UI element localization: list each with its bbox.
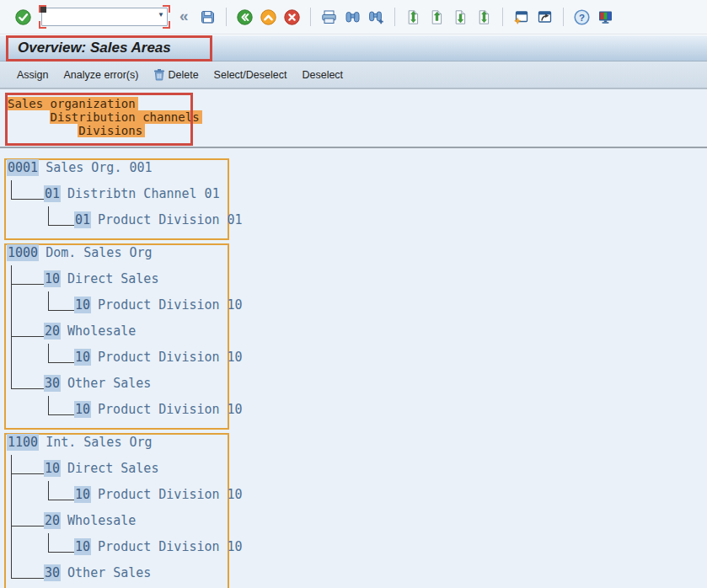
annotation-box-header bbox=[5, 93, 193, 146]
tree-connector bbox=[11, 578, 44, 579]
trash-icon bbox=[153, 68, 165, 81]
code-badge[interactable]: 1000 bbox=[7, 244, 39, 261]
distribution-channel-row[interactable]: 30Other Sales bbox=[6, 376, 265, 402]
find-icon[interactable] bbox=[343, 8, 362, 27]
toolbar-separator bbox=[563, 8, 564, 26]
tree-connector bbox=[48, 396, 49, 415]
application-toolbar: Assign Analyze error(s) Delete Select/De… bbox=[0, 61, 707, 89]
item-description: Product Division 10 bbox=[98, 297, 243, 313]
toolbar-separator bbox=[394, 8, 395, 26]
select-deselect-button[interactable]: Select/Deselect bbox=[214, 69, 287, 81]
tree-connector bbox=[11, 473, 44, 474]
code-badge[interactable]: 10 bbox=[74, 538, 91, 555]
code-badge[interactable]: 0001 bbox=[7, 159, 39, 176]
svg-text:?: ? bbox=[579, 12, 585, 22]
list-content-area: Sales organizationDistribution channelsD… bbox=[0, 89, 707, 586]
sales-org-row[interactable]: 1000Dom. Sales Org bbox=[6, 245, 228, 271]
code-badge[interactable]: 20 bbox=[44, 323, 61, 339]
tree-connector bbox=[48, 481, 49, 500]
tree-connector bbox=[11, 180, 12, 200]
tree-connector bbox=[48, 500, 74, 500]
title-bar: Overview: Sales Areas bbox=[0, 35, 707, 61]
distribution-channel-row[interactable]: 10Direct Sales bbox=[6, 271, 265, 297]
code-badge[interactable]: 10 bbox=[74, 486, 91, 503]
tree-connector bbox=[11, 388, 44, 389]
item-description: Product Division 10 bbox=[98, 487, 243, 502]
code-badge[interactable]: 10 bbox=[44, 270, 61, 287]
code-badge[interactable]: 10 bbox=[74, 297, 91, 313]
help-icon[interactable]: ? bbox=[572, 8, 592, 27]
deselect-button[interactable]: Deselect bbox=[302, 69, 343, 81]
delete-label: Delete bbox=[168, 69, 198, 81]
item-description: Product Division 10 bbox=[98, 539, 243, 554]
sales-org-row[interactable]: 1100Int. Sales Org bbox=[6, 435, 228, 461]
system-toolbar: ▼ « ? bbox=[0, 0, 707, 35]
code-badge[interactable]: 1100 bbox=[7, 434, 39, 451]
dropdown-arrow-icon[interactable]: ▼ bbox=[158, 12, 164, 19]
command-input[interactable] bbox=[41, 8, 168, 26]
toolbar-separator bbox=[310, 8, 311, 26]
item-description: Direct Sales bbox=[67, 271, 158, 286]
sap-gui-window: { "window": {"app": "SAP GUI"}, "colors"… bbox=[0, 0, 707, 588]
last-page-icon[interactable] bbox=[474, 8, 494, 27]
print-icon[interactable] bbox=[319, 8, 339, 27]
distribution-channel-row[interactable]: 10Direct Sales bbox=[6, 461, 265, 487]
sales-area-block: 0001Sales Org. 00101Distribtn Channel 01… bbox=[4, 158, 229, 240]
tree-connector bbox=[11, 526, 44, 527]
tree-connector bbox=[48, 414, 74, 415]
distribution-channel-row[interactable]: 20Wholesale bbox=[6, 323, 265, 350]
assign-label: Assign bbox=[17, 69, 49, 81]
cancel-icon[interactable] bbox=[282, 8, 302, 27]
sales-org-row[interactable]: 0001Sales Org. 001 bbox=[6, 160, 228, 186]
select-deselect-label: Select/Deselect bbox=[214, 69, 287, 81]
item-description: Sales Org. 001 bbox=[46, 160, 152, 175]
create-shortcut-icon[interactable] bbox=[535, 8, 554, 27]
tree-connector bbox=[48, 310, 74, 311]
screen-title: Overview: Sales Areas bbox=[18, 40, 171, 56]
code-badge[interactable]: 30 bbox=[44, 375, 61, 392]
new-session-icon[interactable] bbox=[512, 8, 531, 27]
enter-icon[interactable] bbox=[13, 8, 33, 27]
analyze-errors-button[interactable]: Analyze error(s) bbox=[64, 69, 139, 81]
tree-connector bbox=[48, 291, 49, 311]
distribution-channel-row[interactable]: 30Other Sales bbox=[6, 565, 265, 588]
tree-connector bbox=[48, 362, 74, 363]
save-icon[interactable] bbox=[198, 8, 217, 27]
item-description: Dom. Sales Org bbox=[46, 245, 152, 260]
page-down-icon[interactable] bbox=[451, 8, 470, 27]
command-field[interactable]: ▼ bbox=[40, 7, 169, 27]
first-page-icon[interactable] bbox=[404, 8, 423, 27]
collapse-toolbar-icon[interactable]: « bbox=[179, 7, 189, 25]
item-description: Other Sales bbox=[67, 376, 151, 391]
distribution-channel-row[interactable]: 20Wholesale bbox=[6, 513, 265, 539]
find-next-icon[interactable] bbox=[367, 8, 386, 27]
back-icon[interactable] bbox=[235, 8, 254, 27]
tree-connector bbox=[11, 284, 44, 285]
sales-area-block: 1000Dom. Sales Org10Direct Sales10Produc… bbox=[4, 243, 229, 430]
code-badge[interactable]: 01 bbox=[44, 185, 61, 202]
code-badge[interactable]: 20 bbox=[44, 512, 61, 529]
distribution-channel-row[interactable]: 01Distribtn Channel 01 bbox=[6, 186, 265, 212]
tree-connector bbox=[48, 225, 74, 226]
assign-button[interactable]: Assign bbox=[17, 69, 49, 81]
tree-connector bbox=[11, 336, 44, 337]
focus-corner bbox=[39, 5, 46, 13]
code-badge[interactable]: 30 bbox=[44, 564, 61, 581]
code-badge[interactable]: 10 bbox=[74, 349, 91, 366]
analyze-errors-label: Analyze error(s) bbox=[64, 69, 139, 81]
customize-layout-icon[interactable] bbox=[596, 8, 615, 27]
code-badge[interactable]: 01 bbox=[74, 211, 91, 228]
code-badge[interactable]: 10 bbox=[74, 401, 91, 418]
code-badge[interactable]: 10 bbox=[44, 460, 61, 477]
tree-connector bbox=[48, 552, 74, 553]
item-description: Wholesale bbox=[67, 323, 136, 339]
exit-icon[interactable] bbox=[259, 8, 278, 27]
page-up-icon[interactable] bbox=[427, 8, 447, 27]
focus-corner bbox=[163, 5, 170, 13]
toolbar-separator bbox=[502, 8, 503, 26]
tree-connector bbox=[48, 206, 49, 226]
header-divider bbox=[0, 147, 707, 148]
delete-button[interactable]: Delete bbox=[153, 68, 198, 81]
annotation-box-title: Overview: Sales Areas bbox=[6, 35, 212, 61]
item-description: Direct Sales bbox=[67, 461, 158, 476]
